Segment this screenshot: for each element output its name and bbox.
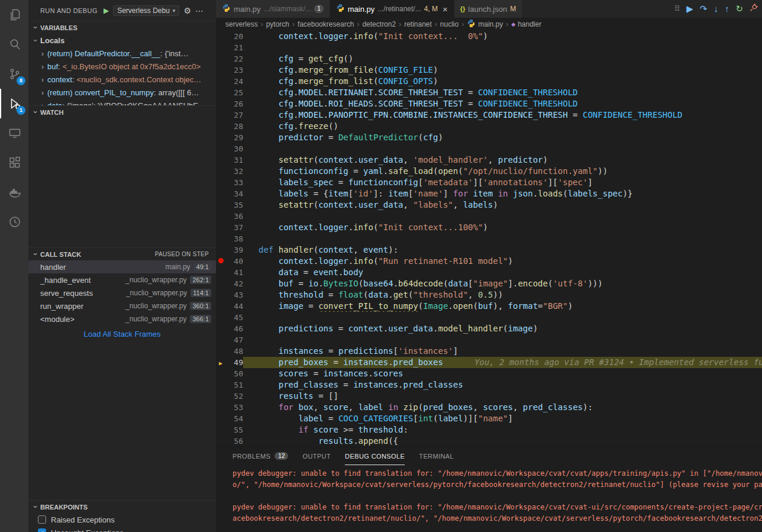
checkbox-checked[interactable]: ✓ xyxy=(38,528,46,532)
gutter-breakpoint-area[interactable] xyxy=(216,413,225,424)
panel-tab-problems[interactable]: PROBLEMS12 xyxy=(233,447,288,465)
code-line-49[interactable]: ▶49 pred_boxes = instances.pred_boxesYou… xyxy=(216,357,762,368)
restart-icon[interactable]: ↻ xyxy=(735,2,743,16)
gutter-breakpoint-area[interactable] xyxy=(216,233,225,244)
gutter-breakpoint-area[interactable] xyxy=(216,346,225,357)
gutter-breakpoint-area[interactable] xyxy=(216,211,225,222)
gutter-breakpoint-area[interactable] xyxy=(216,323,225,334)
panel-tab-debug-console[interactable]: DEBUG CONSOLE xyxy=(345,447,405,465)
call-stack-section-header[interactable]: › CALL STACK PAUSED ON STEP xyxy=(28,247,216,260)
gutter-breakpoint-area[interactable] xyxy=(216,379,225,391)
more-actions-icon[interactable]: ⋯ xyxy=(195,6,204,15)
variables-scope-locals[interactable]: › Locals xyxy=(28,34,216,47)
gutter-breakpoint-area[interactable] xyxy=(216,53,225,65)
code-line-38[interactable]: 38 xyxy=(216,233,762,244)
call-stack-frame--module-[interactable]: <module>_nuclio_wrapper.py366:1 xyxy=(28,312,216,325)
editor-tab-2-launch-json[interactable]: {}launch.jsonM xyxy=(454,0,522,18)
gutter-breakpoint-area[interactable] xyxy=(216,391,225,402)
gutter-breakpoint-area[interactable] xyxy=(216,98,225,109)
breakpoint-row-Raised-Exceptions[interactable]: Raised Exceptions xyxy=(28,513,216,526)
activity-item-docker[interactable] xyxy=(0,178,28,207)
code-line-20[interactable]: 20 context.logger.info("Init context... … xyxy=(216,31,762,42)
gutter-breakpoint-area[interactable] xyxy=(216,109,225,121)
gutter-breakpoint-area[interactable] xyxy=(216,424,225,436)
gutter-breakpoint-area[interactable] xyxy=(216,121,225,132)
variable-row[interactable]: ›(return) convert_PIL_to_numpy:array([[[… xyxy=(28,86,216,99)
code-line-53[interactable]: 53 for box, score, label in zip(pred_box… xyxy=(216,402,762,413)
gutter-breakpoint-area[interactable] xyxy=(216,436,225,447)
gutter-breakpoint-area[interactable] xyxy=(216,278,225,289)
code-line-56[interactable]: 56 results.append({ xyxy=(216,436,762,447)
gutter-breakpoint-area[interactable] xyxy=(216,289,225,301)
gutter-breakpoint-area[interactable] xyxy=(216,31,225,42)
variables-section-header[interactable]: › VARIABLES xyxy=(28,21,216,34)
close-tab-icon[interactable]: × xyxy=(443,4,448,14)
code-line-23[interactable]: 23 cfg.merge_from_file(CONFIG_FILE) xyxy=(216,65,762,76)
load-all-stack-frames-link[interactable]: Load All Stack Frames xyxy=(28,325,216,342)
code-line-42[interactable]: 42 buf = io.BytesIO(base64.b64decode(dat… xyxy=(216,278,762,289)
breadcrumb-item-main-py[interactable]: main.py xyxy=(467,19,503,30)
editor-tab-1-main-py[interactable]: main.py.../retinanet/...4, M× xyxy=(330,0,454,18)
code-line-50[interactable]: 50 scores = instances.scores xyxy=(216,368,762,379)
step-into-icon[interactable]: ↓ xyxy=(713,2,718,16)
code-line-39[interactable]: 39def handler(context, event): xyxy=(216,244,762,256)
activity-item-run-and-debug[interactable]: 1 xyxy=(0,89,28,118)
breadcrumb-item-serverless[interactable]: serverless xyxy=(225,20,258,28)
gutter-breakpoint-area[interactable] xyxy=(216,244,225,256)
gutter-breakpoint-area[interactable] xyxy=(216,256,225,267)
breadcrumb-item-pytorch[interactable]: pytorch xyxy=(266,20,289,28)
breadcrumb-item-retinanet[interactable]: retinanet xyxy=(404,20,432,28)
call-stack-frame-run_wrapper[interactable]: run_wrapper_nuclio_wrapper.py360:1 xyxy=(28,299,216,312)
code-line-25[interactable]: 25 cfg.MODEL.RETINANET.SCORE_THRESH_TEST… xyxy=(216,87,762,98)
code-line-24[interactable]: 24 cfg.merge_from_list(CONFIG_OPTS) xyxy=(216,76,762,87)
code-line-47[interactable]: 47 xyxy=(216,334,762,346)
gutter-breakpoint-area[interactable] xyxy=(216,312,225,323)
code-line-21[interactable]: 21 xyxy=(216,42,762,53)
variable-row[interactable]: ›data:{'image': 'iVBORw0KGgoAAAANSUhE… xyxy=(28,99,216,105)
breadcrumb-item-handler[interactable]: ◆handler xyxy=(511,20,541,28)
gutter-breakpoint-area[interactable] xyxy=(216,177,225,188)
gutter-breakpoint-area[interactable] xyxy=(216,402,225,413)
gutter-breakpoint-area[interactable] xyxy=(216,301,225,312)
code-line-31[interactable]: 31 setattr(context.user_data, 'model_han… xyxy=(216,154,762,166)
code-line-51[interactable]: 51 pred_classes = instances.pred_classes xyxy=(216,379,762,391)
gutter-breakpoint-area[interactable] xyxy=(216,334,225,346)
call-stack-frame-handler[interactable]: handlermain.py49:1 xyxy=(28,260,216,273)
code-line-40[interactable]: 40 context.logger.info("Run retinanet-R1… xyxy=(216,256,762,267)
code-line-22[interactable]: 22 cfg = get_cfg() xyxy=(216,53,762,65)
gutter-breakpoint-area[interactable] xyxy=(216,166,225,177)
code-line-37[interactable]: 37 context.logger.info("Init context...1… xyxy=(216,222,762,233)
gutter-breakpoint-area[interactable] xyxy=(216,199,225,211)
variable-row[interactable]: ›buf:<_io.BytesIO object at 0x7f5a2dc1ec… xyxy=(28,60,216,73)
code-line-36[interactable]: 36 xyxy=(216,211,762,222)
code-line-52[interactable]: 52 results = [] xyxy=(216,391,762,402)
step-over-icon[interactable]: ↷ xyxy=(700,2,708,16)
code-line-35[interactable]: 35 setattr(context.user_data, "labels", … xyxy=(216,199,762,211)
breadcrumb-item-facebookresearch[interactable]: facebookresearch xyxy=(298,20,354,28)
code-line-43[interactable]: 43 threshold = float(data.get("threshold… xyxy=(216,289,762,301)
code-line-55[interactable]: 55 if score >= threshold: xyxy=(216,424,762,436)
activity-item-search[interactable] xyxy=(0,30,28,59)
activity-item-explorer[interactable] xyxy=(0,0,28,30)
code-line-29[interactable]: 29 predictor = DefaultPredictor(cfg) xyxy=(216,132,762,143)
gutter-breakpoint-area[interactable] xyxy=(216,267,225,278)
checkbox-unchecked[interactable] xyxy=(38,515,46,524)
code-line-34[interactable]: 34 labels = {item['id']: item['name'] fo… xyxy=(216,188,762,199)
code-line-41[interactable]: 41 data = event.body xyxy=(216,267,762,278)
breadcrumb-item-nuclio[interactable]: nuclio xyxy=(440,20,459,28)
gutter-breakpoint-area[interactable] xyxy=(216,65,225,76)
panel-tab-output[interactable]: OUTPUT xyxy=(302,447,331,465)
code-line-48[interactable]: 48 instances = predictions['instances'] xyxy=(216,346,762,357)
code-line-26[interactable]: 26 cfg.MODEL.ROI_HEADS.SCORE_THRESH_TEST… xyxy=(216,98,762,109)
breakpoints-section-header[interactable]: › BREAKPOINTS xyxy=(28,500,216,513)
code-line-30[interactable]: 30 xyxy=(216,143,762,154)
call-stack-frame-serve_requests[interactable]: serve_requests_nuclio_wrapper.py114:1 xyxy=(28,286,216,299)
code-editor[interactable]: 20 context.logger.info("Init context... … xyxy=(216,31,762,447)
disconnect-icon[interactable] xyxy=(750,2,758,16)
gutter-breakpoint-area[interactable] xyxy=(216,132,225,143)
code-line-46[interactable]: 46 predictions = context.user_data.model… xyxy=(216,323,762,334)
call-stack-frame-_handle_event[interactable]: _handle_event_nuclio_wrapper.py262:1 xyxy=(28,273,216,286)
variable-row[interactable]: ›(return) DefaultPredictor.__call__:{'in… xyxy=(28,47,216,60)
code-line-45[interactable]: 45 xyxy=(216,312,762,323)
code-line-33[interactable]: 33 labels_spec = functionconfig['metadat… xyxy=(216,177,762,188)
